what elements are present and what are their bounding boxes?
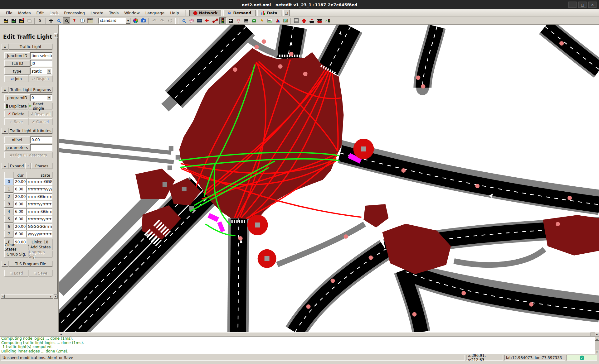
connection-mode-button[interactable] [212, 17, 219, 24]
expand-button[interactable]: Expand [9, 163, 25, 169]
menu-toggle-button[interactable]: MENU [86, 17, 94, 24]
sumo-gui-button[interactable]: S [37, 17, 44, 24]
redo-button[interactable]: ↷ [158, 17, 166, 24]
attributes-collapse-button[interactable]: ▲ [2, 128, 8, 134]
junction-shape-button[interactable] [300, 17, 308, 24]
disjoin-button[interactable]: ⇄Disjoin [29, 75, 53, 82]
type-dropdown-icon[interactable]: ▼ [47, 69, 51, 74]
phase-state[interactable]: rrrrrrrrryyrrrr [27, 216, 52, 223]
move-mode-button[interactable] [204, 17, 211, 24]
reload-button[interactable] [26, 17, 33, 24]
clean-states-button[interactable]: Clean States [4, 244, 28, 250]
duplicate-button[interactable]: Duplicate [4, 103, 28, 109]
reset-all-button[interactable]: ↺Reset all [29, 111, 53, 117]
phase-duration[interactable]: 20.00 [14, 178, 26, 185]
message-log[interactable]: Computing node logics ... done (1ms).Com… [0, 336, 599, 354]
menu-item-tools[interactable]: Tools [106, 10, 122, 16]
canvas-hscrollbar[interactable]: ◀ ▶ [59, 332, 599, 336]
save-demand-button[interactable] [18, 17, 25, 24]
view-preset-combobox[interactable]: standard ▼ [98, 18, 130, 24]
busstop-mode-button[interactable]: H [251, 17, 258, 24]
programs-collapse-button[interactable]: ▲ [2, 87, 8, 93]
network-view[interactable] [59, 25, 599, 332]
reset-single-button[interactable]: ↺Reset single [29, 103, 53, 109]
junction-id-field[interactable]: tion selected [30, 52, 52, 59]
phase-duration[interactable]: 6.00 [14, 231, 26, 237]
lane-spread-button[interactable] [316, 17, 323, 24]
undock-window-button[interactable]: □ [283, 10, 290, 16]
phase-state[interactable]: rrrrrrrrrrrGGGG [27, 178, 52, 185]
message-window-button[interactable]: ! [79, 17, 86, 24]
wire-mode-button[interactable]: ϟ [258, 17, 265, 24]
phase-duration[interactable]: 6.00 [14, 208, 26, 215]
menu-item-modes[interactable]: Modes [15, 10, 34, 16]
phase-index[interactable]: 0 [4, 178, 13, 185]
phase-duration[interactable]: 6.00 [14, 216, 26, 223]
phase-state[interactable]: rrrrrrrGGrrrrrr [27, 193, 52, 200]
view-preset-dropdown-icon[interactable]: ▼ [126, 18, 130, 24]
assign-e1-button[interactable]: Assign E1 detectors [4, 152, 52, 158]
menu-item-window[interactable]: Window [121, 10, 142, 16]
menu-item-file[interactable]: File [3, 10, 15, 16]
whats-this-button[interactable]: ? [71, 17, 78, 24]
tls-collapse-button[interactable]: ▲ [2, 44, 8, 50]
ungroup-signals-button[interactable]: Ungroup Sig. [29, 251, 53, 257]
file-collapse-button[interactable]: ▲ [2, 261, 8, 267]
menu-item-edit[interactable]: Edit [34, 10, 47, 16]
menu-item-lock[interactable]: Lock [47, 10, 61, 16]
zoom-button[interactable] [55, 17, 62, 24]
programid-select[interactable]: 0 ▼ [30, 94, 52, 101]
phase-state[interactable]: GGGGGGrrrrrrrrr [27, 223, 52, 230]
phases-group-header[interactable]: Phases [31, 163, 52, 169]
load-program-button[interactable]: □Load [4, 270, 28, 276]
phase-index[interactable]: 1 [4, 186, 13, 193]
phases-collapse-button[interactable]: ▲ [2, 163, 8, 169]
delete-button[interactable]: ✗Delete [4, 111, 28, 117]
type-select[interactable]: static ▼ [30, 68, 52, 74]
phase-index[interactable]: 5 [4, 216, 13, 223]
type-label[interactable]: type [4, 68, 30, 74]
additional-mode-button[interactable] [227, 17, 234, 24]
log-vscrollbar[interactable]: ▲ ▼ [595, 337, 599, 354]
menu-item-locate[interactable]: Locate [88, 10, 106, 16]
screenshot-button[interactable] [140, 17, 147, 24]
view-preset-value[interactable]: standard [98, 18, 126, 24]
inspect-mode-button[interactable] [180, 17, 187, 24]
delete-mode-button[interactable] [188, 17, 195, 24]
undo-button[interactable]: ↶ [151, 17, 158, 24]
parameters-field[interactable] [30, 144, 52, 151]
phase-duration[interactable]: 6.00 [14, 186, 26, 193]
zoom-pointer-button[interactable] [63, 17, 70, 24]
move-view-button[interactable] [47, 17, 55, 24]
save-additionals-button[interactable] [10, 17, 17, 24]
shape-mode-button[interactable] [274, 17, 281, 24]
crossing-mode-button[interactable] [243, 17, 250, 24]
phase-index[interactable]: 7 [4, 231, 13, 237]
programs-group-header[interactable]: Traffic Light Programs [9, 87, 52, 93]
offset-field[interactable]: 0.00 [30, 136, 52, 143]
prohibition-mode-button[interactable]: ▽ [235, 17, 242, 24]
programid-label[interactable]: programID [4, 94, 30, 101]
save-network-button[interactable] [2, 17, 9, 24]
phase-index[interactable]: 6 [4, 223, 13, 230]
add-states-button[interactable]: Add States [29, 244, 53, 250]
programid-dropdown-icon[interactable]: ▼ [47, 95, 51, 100]
menu-item-language[interactable]: Language [143, 10, 168, 16]
taz-mode-button[interactable]: TAZ [266, 17, 273, 24]
phase-duration[interactable]: 20.00 [14, 223, 26, 230]
panel-vscrollbar[interactable]: ▲ ▼ [54, 33, 58, 299]
minimize-button[interactable]: — [568, 2, 577, 8]
elevation-button[interactable]: ↔ [308, 17, 315, 24]
save-program-button[interactable]: ✓Save [4, 118, 28, 125]
panel-hscrollbar[interactable]: ◀ ▶ [1, 295, 53, 299]
decal-mode-button[interactable] [282, 17, 289, 24]
compute-options-button[interactable] [166, 17, 173, 24]
menu-item-help[interactable]: Help [167, 10, 182, 16]
maximize-button[interactable]: □ [578, 2, 587, 8]
phase-index[interactable]: 3 [4, 201, 13, 208]
edge-mode-button[interactable] [196, 17, 203, 24]
phase-state[interactable]: rrrrrrrrrrryyyy [27, 186, 52, 193]
offset-label[interactable]: offset [4, 136, 30, 143]
tls-id-field[interactable]: J0 [30, 60, 52, 67]
tls-id-label[interactable]: TLS ID [4, 60, 30, 67]
